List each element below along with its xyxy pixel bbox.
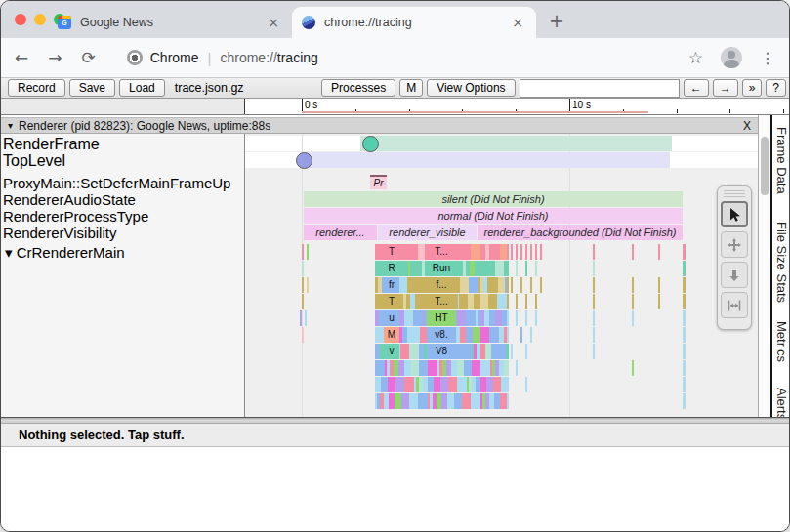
trace-slice[interactable] (498, 344, 506, 359)
trace-slice[interactable] (683, 261, 686, 276)
tab-close-icon[interactable]: × (509, 15, 526, 30)
trace-slice[interactable] (683, 327, 686, 343)
trace-slice[interactable] (683, 294, 686, 309)
trace-slice[interactable] (506, 344, 509, 359)
palette-drag-handle[interactable] (724, 190, 745, 197)
tab-tracing[interactable]: chrome://tracing × (292, 7, 536, 38)
trace-slice[interactable] (302, 277, 304, 293)
trace-slice[interactable] (302, 261, 304, 276)
back-icon[interactable]: ← (15, 48, 28, 67)
trace-slice[interactable] (593, 277, 595, 293)
trace-slice[interactable] (473, 327, 480, 343)
trace-slice[interactable] (480, 360, 490, 376)
trace-slice[interactable] (540, 277, 542, 293)
trace-slice[interactable] (404, 310, 413, 326)
trace-slice[interactable] (375, 327, 384, 343)
forward-icon[interactable]: → (48, 48, 62, 67)
trace-slice[interactable] (530, 277, 532, 293)
panel-splitter[interactable] (1, 417, 789, 424)
trace-slice[interactable] (462, 244, 471, 260)
trace-slice[interactable] (404, 360, 411, 376)
trace-slice[interactable] (683, 344, 686, 359)
trace-slice[interactable] (632, 244, 634, 260)
trace-slice[interactable] (535, 310, 537, 326)
trace-slice[interactable] (471, 244, 480, 260)
trace-slice[interactable] (409, 393, 418, 409)
trace-slice[interactable] (530, 244, 532, 260)
trace-slice[interactable] (535, 294, 537, 309)
trace-slice[interactable] (520, 327, 522, 343)
trace-slice[interactable] (683, 377, 686, 392)
trace-slice[interactable] (683, 393, 686, 409)
trace-slice[interactable] (535, 261, 537, 276)
trace-slice[interactable] (491, 344, 498, 359)
state-band[interactable]: normal (Did Not Finish) (304, 208, 683, 224)
trace-slice[interactable] (466, 327, 473, 343)
trace-slice[interactable] (487, 261, 495, 276)
trace-slice[interactable] (395, 393, 401, 409)
trace-slice[interactable] (300, 310, 302, 326)
trace-slice[interactable] (507, 327, 509, 343)
trace-slice[interactable] (418, 393, 428, 409)
trace-slice[interactable] (428, 360, 437, 376)
trace-slice[interactable] (593, 344, 595, 359)
trace-slice[interactable] (407, 277, 416, 293)
pan-tool-button[interactable] (721, 231, 748, 258)
trace-slice[interactable] (411, 360, 419, 376)
trace-slice[interactable] (413, 327, 420, 343)
trace-slice[interactable] (683, 310, 686, 326)
toplevel-band[interactable] (304, 152, 670, 168)
trace-slice[interactable] (302, 327, 304, 343)
trace-slice[interactable] (454, 393, 462, 409)
trace-slice[interactable] (302, 244, 304, 260)
timing-tool-button[interactable] (721, 292, 748, 318)
trace-slice[interactable] (413, 310, 423, 326)
trace-slice[interactable] (516, 244, 518, 260)
trace-slice[interactable] (462, 344, 472, 359)
trace-slice[interactable] (448, 377, 457, 392)
trace-slice[interactable] (516, 294, 518, 309)
trace-slice-labeled[interactable]: f... (425, 277, 458, 293)
trace-slice[interactable] (466, 310, 476, 326)
trace-slice[interactable] (457, 310, 466, 326)
trace-slice-labeled[interactable]: T... (425, 244, 458, 260)
trace-slice[interactable] (498, 277, 505, 293)
trace-slice[interactable] (683, 360, 686, 376)
trace-slice[interactable] (497, 294, 507, 309)
trace-slice[interactable] (507, 261, 509, 276)
trace-slice[interactable] (525, 244, 527, 260)
trace-slice[interactable] (388, 377, 395, 392)
trace-slice[interactable] (495, 310, 502, 326)
trace-slice[interactable] (683, 277, 686, 293)
tab-google-news[interactable]: G Google News × (48, 7, 292, 38)
trace-slice[interactable] (632, 310, 634, 326)
bookmark-star-icon[interactable]: ☆ (688, 48, 703, 67)
trace-slice[interactable] (460, 277, 469, 293)
trace-slice[interactable] (307, 244, 309, 260)
trace-slice[interactable] (632, 360, 634, 376)
proxymain-slice[interactable]: Pr (370, 175, 387, 189)
trace-slice[interactable] (683, 244, 686, 260)
trace-slice[interactable] (400, 344, 409, 359)
trace-slice[interactable] (507, 277, 509, 293)
metadata-button[interactable]: M (399, 79, 423, 97)
reload-icon[interactable]: ⟳ (82, 48, 96, 67)
profile-avatar[interactable] (721, 47, 742, 68)
tab-close-icon[interactable]: × (265, 15, 282, 30)
trace-slice[interactable] (471, 393, 480, 409)
trace-slice[interactable] (507, 310, 509, 326)
close-window-button[interactable] (15, 14, 26, 25)
trace-slice-labeled[interactable]: v (384, 344, 399, 359)
collapse-controls-button[interactable]: » (742, 79, 763, 97)
trace-slice[interactable] (500, 393, 507, 409)
toplevel-instant-marker[interactable] (296, 152, 312, 169)
collapse-icon[interactable]: ▾ (8, 120, 13, 131)
trace-slice[interactable] (658, 294, 660, 309)
trace-slice[interactable] (375, 360, 385, 376)
zoom-tool-button[interactable] (721, 262, 748, 288)
trace-slice[interactable] (632, 294, 634, 309)
trace-slice[interactable] (520, 277, 522, 293)
state-band[interactable]: silent (Did Not Finish) (304, 191, 683, 207)
trace-slice[interactable] (516, 261, 518, 276)
select-tool-button[interactable] (721, 201, 748, 227)
